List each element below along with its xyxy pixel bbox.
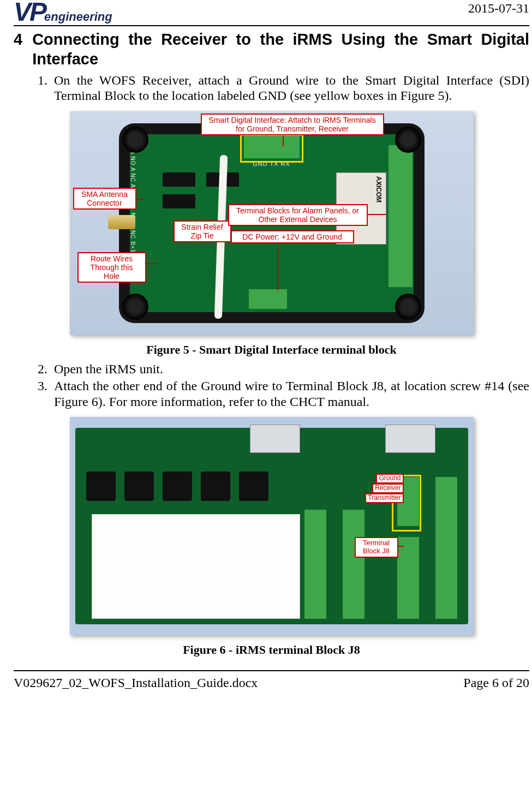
figure-6-caption: Figure 6 - iRMS terminal Block J8 bbox=[14, 643, 529, 657]
logo-subtext: engineering bbox=[44, 10, 112, 24]
section-title: Connecting the Receiver to the iRMS Usin… bbox=[32, 29, 529, 69]
figure-5-image: GND TX RX COM A NO A NC A COM B NO B NC … bbox=[70, 111, 474, 335]
footer-page-number: Page 6 of 20 bbox=[463, 676, 529, 690]
callout-terminal-block: Terminal Block J8 bbox=[355, 537, 398, 558]
section-number: 4 bbox=[14, 29, 22, 69]
footer-filename: V029627_02_WOFS_Installation_Guide.docx bbox=[14, 676, 258, 690]
logo: VP engineering bbox=[14, 0, 112, 24]
step-2: Open the iRMS unit. bbox=[51, 361, 529, 377]
callout-receiver: Receiver bbox=[372, 483, 403, 493]
procedure-list-continued: Open the iRMS unit. Attach the other end… bbox=[35, 361, 529, 409]
callout-route: Route Wires Through this Hole bbox=[77, 252, 146, 283]
page-footer: V029627_02_WOFS_Installation_Guide.docx … bbox=[14, 670, 529, 690]
callout-alarm: Terminal Blocks for Alarm Panels, or Oth… bbox=[228, 204, 368, 226]
callout-dc: DC Power: +12V and Ground bbox=[231, 230, 354, 243]
figure-5: GND TX RX COM A NO A NC A COM B NO B NC … bbox=[14, 111, 529, 357]
procedure-list: On the WOFS Receiver, attach a Ground wi… bbox=[35, 73, 529, 104]
page-header: VP engineering 2015-07-31 bbox=[14, 0, 529, 26]
header-date: 2015-07-31 bbox=[468, 1, 529, 16]
figure-5-caption: Figure 5 - Smart Digital Interface termi… bbox=[14, 343, 529, 357]
figure-6: Ground Receiver Transmitter Terminal Blo… bbox=[14, 417, 529, 657]
callout-ground: Ground bbox=[376, 474, 403, 483]
callout-strain: Strain Relief Zip Tie bbox=[174, 220, 231, 242]
sma-connector-graphic bbox=[108, 215, 135, 229]
section-heading: 4 Connecting the Receiver to the iRMS Us… bbox=[14, 29, 529, 69]
relay-label: AXICOM bbox=[375, 176, 382, 202]
callout-transmitter: Transmitter bbox=[365, 493, 403, 503]
step-1: On the WOFS Receiver, attach a Ground wi… bbox=[51, 73, 529, 104]
callout-sdi: Smart Digital Interface: Attatch to iRMS… bbox=[201, 114, 384, 135]
callout-sma: SMA Antenna Connector bbox=[73, 188, 136, 210]
logo-mark: VP bbox=[14, 0, 45, 23]
figure-6-image: Ground Receiver Transmitter Terminal Blo… bbox=[70, 417, 474, 635]
step-3: Attach the other end of the Ground wire … bbox=[51, 378, 529, 410]
